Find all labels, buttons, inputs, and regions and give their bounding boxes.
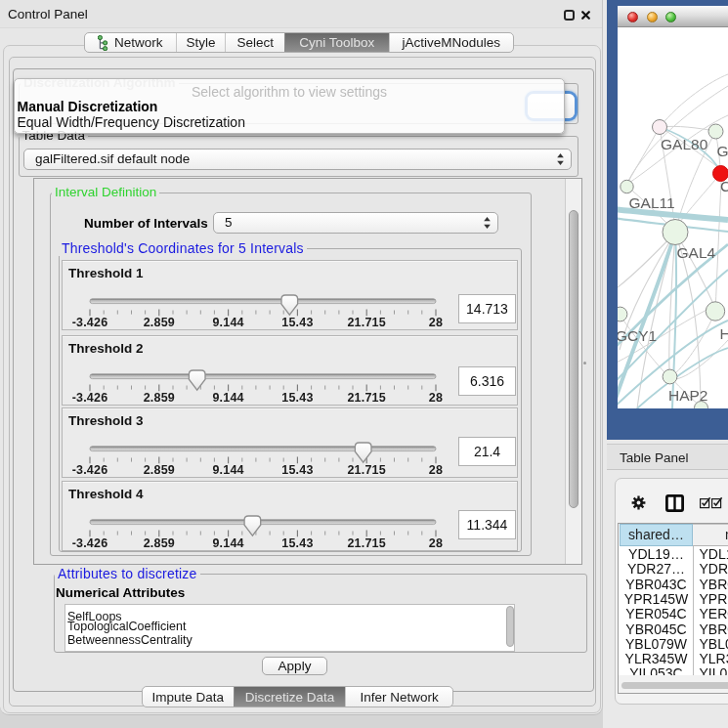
svg-text:2.859: 2.859 [144,463,175,477]
svg-text:HAP2: HAP2 [668,387,708,404]
svg-text:C: C [720,178,728,194]
svg-text:GAL80: GAL80 [661,136,708,152]
svg-text:21.715: 21.715 [347,536,385,550]
svg-text:9.144: 9.144 [212,391,243,405]
svg-text:GAL4: GAL4 [677,244,716,261]
svg-text:15.43: 15.43 [281,463,313,477]
svg-text:9.144: 9.144 [212,316,243,329]
svg-text:21.715: 21.715 [347,391,385,405]
svg-text:H: H [720,325,728,342]
svg-text:GAL11: GAL11 [629,194,675,211]
svg-text:-3.426: -3.426 [72,316,108,329]
svg-text:G.: G. [717,143,728,159]
svg-text:9.144: 9.144 [212,536,243,550]
svg-text:-3.426: -3.426 [72,463,108,477]
svg-text:-3.426: -3.426 [72,391,108,405]
svg-text:15.43: 15.43 [281,316,313,329]
svg-text:21.715: 21.715 [347,316,385,329]
svg-text:28: 28 [429,536,443,550]
svg-text:28: 28 [429,316,443,329]
svg-text:28: 28 [429,463,443,477]
svg-text:9.144: 9.144 [212,463,243,477]
svg-text:15.43: 15.43 [281,536,313,550]
svg-text:-3.426: -3.426 [72,536,108,550]
svg-text:2.859: 2.859 [144,536,175,550]
svg-text:15.43: 15.43 [281,391,313,405]
svg-text:28: 28 [429,391,443,405]
svg-text:2.859: 2.859 [144,391,175,405]
svg-text:GCY1: GCY1 [618,327,657,344]
svg-text:21.715: 21.715 [347,463,385,477]
svg-text:2.859: 2.859 [144,316,175,329]
